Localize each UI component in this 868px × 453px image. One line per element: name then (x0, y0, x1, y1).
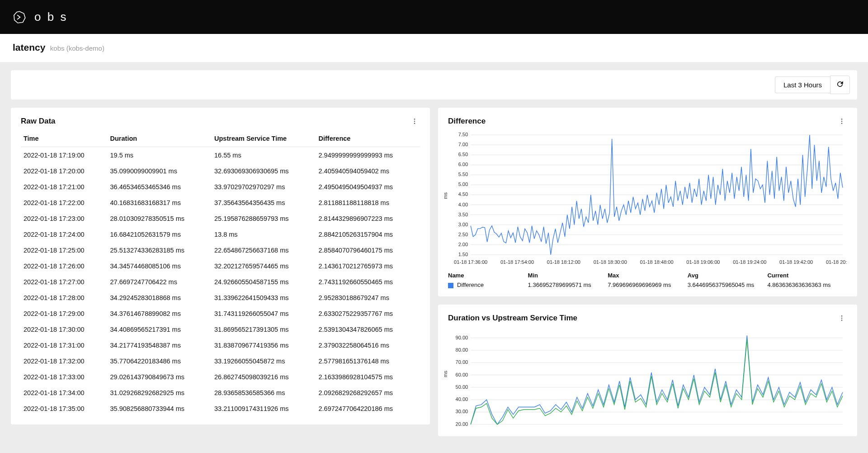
svg-point-44 (841, 319, 843, 321)
svg-text:80.00: 80.00 (456, 347, 468, 353)
raw-data-card: Raw Data TimeDurationUpstream Service Ti… (11, 108, 430, 424)
svg-text:5.50: 5.50 (458, 172, 468, 177)
refresh-icon (836, 80, 844, 88)
time-range-button[interactable]: Last 3 Hours (775, 76, 830, 93)
svg-text:7.00: 7.00 (458, 142, 468, 147)
difference-chart-menu-button[interactable] (836, 116, 847, 127)
topbar: obs (0, 0, 868, 34)
svg-text:01-18 17:54:00: 01-18 17:54:00 (500, 259, 534, 265)
svg-point-6 (841, 123, 843, 124)
svg-text:01-18 19:06:00: 01-18 19:06:00 (686, 259, 720, 265)
table-row: 2022-01-18 17:31:0034.21774193548387 ms3… (21, 337, 420, 353)
svg-point-2 (414, 121, 415, 122)
svg-text:4.50: 4.50 (458, 191, 468, 197)
table-row: 2022-01-18 17:27:0027.6697247706422 ms24… (21, 274, 420, 290)
kebab-icon (838, 315, 845, 322)
page-subtitle: kobs (kobs-demo) (50, 44, 104, 52)
column-header: Difference (316, 131, 420, 147)
raw-data-table: TimeDurationUpstream Service TimeDiffere… (21, 131, 420, 416)
legend-row: Difference1.366952789699571 ms7.96969696… (448, 281, 847, 288)
difference-chart-title: Difference (448, 117, 486, 126)
table-row: 2022-01-18 17:22:0040.16831683168317 ms3… (21, 195, 420, 210)
duration-chart-menu-button[interactable] (836, 313, 847, 324)
svg-text:6.50: 6.50 (458, 152, 468, 157)
svg-text:01-18 19:42:00: 01-18 19:42:00 (779, 259, 813, 265)
kebab-icon (838, 118, 845, 125)
svg-point-43 (841, 318, 843, 319)
svg-text:5.00: 5.00 (458, 181, 468, 187)
kebab-icon (411, 118, 418, 125)
refresh-button[interactable] (830, 76, 850, 94)
table-row: 2022-01-18 17:32:0035.77064220183486 ms3… (21, 353, 420, 369)
svg-point-3 (414, 123, 415, 124)
brand: obs (13, 10, 73, 24)
svg-text:4.00: 4.00 (458, 202, 468, 207)
svg-text:50.00: 50.00 (456, 384, 468, 390)
table-row: 2022-01-18 17:28:0034.29245283018868 ms3… (21, 290, 420, 305)
duration-chart-card: Duration vs Upstream Service Time ms 20.… (438, 305, 857, 436)
raw-data-menu-button[interactable] (409, 116, 420, 127)
table-row: 2022-01-18 17:29:0034.37614678899082 ms3… (21, 305, 420, 321)
toolbar: Last 3 Hours (11, 70, 857, 100)
table-row: 2022-01-18 17:34:0031.029268292682925 ms… (21, 385, 420, 401)
svg-text:01-18 19:24:00: 01-18 19:24:00 (733, 259, 766, 265)
svg-point-42 (841, 315, 843, 317)
table-row: 2022-01-18 17:21:0036.46534653465346 ms3… (21, 179, 420, 195)
column-header: Upstream Service Time (212, 131, 316, 147)
svg-text:40.00: 40.00 (456, 396, 468, 402)
raw-data-title: Raw Data (21, 117, 56, 126)
svg-text:70.00: 70.00 (456, 359, 468, 365)
svg-point-5 (841, 121, 843, 122)
svg-text:01-18 18:48:00: 01-18 18:48:00 (640, 259, 674, 265)
page-header: latency kobs (kobs-demo) (0, 34, 868, 62)
svg-text:01-18 18:30:00: 01-18 18:30:00 (594, 259, 627, 265)
table-row: 2022-01-18 17:26:0034.34574468085106 ms3… (21, 258, 420, 274)
svg-text:90.00: 90.00 (456, 335, 468, 340)
svg-text:3.00: 3.00 (458, 222, 468, 227)
svg-text:30.00: 30.00 (456, 409, 468, 414)
svg-text:2.50: 2.50 (458, 232, 468, 237)
page-title: latency (13, 42, 45, 52)
svg-text:01-18 17:36:00: 01-18 17:36:00 (454, 259, 487, 265)
svg-text:01-18 18:12:00: 01-18 18:12:00 (547, 259, 580, 265)
table-row: 2022-01-18 17:23:0028.010309278350515 ms… (21, 210, 420, 226)
duration-chart-ylabel: ms (443, 371, 448, 377)
column-header: Time (21, 131, 108, 147)
legend-swatch-icon (448, 283, 453, 288)
svg-text:20.00: 20.00 (456, 421, 468, 427)
table-row: 2022-01-18 17:25:0025.513274336283185 ms… (21, 242, 420, 258)
difference-chart: ms 1.502.002.503.003.504.004.505.005.506… (448, 131, 847, 267)
table-row: 2022-01-18 17:24:0016.68421052631579 ms1… (21, 226, 420, 242)
table-row: 2022-01-18 17:33:0029.026143790849673 ms… (21, 369, 420, 385)
svg-point-1 (414, 119, 415, 120)
difference-chart-card: Difference ms 1.502.002.503.003.504.004.… (438, 108, 857, 296)
svg-text:1.50: 1.50 (458, 252, 468, 257)
table-row: 2022-01-18 17:19:0019.5 ms16.55 ms2.9499… (21, 147, 420, 163)
svg-point-4 (841, 119, 843, 120)
difference-chart-ylabel: ms (443, 192, 448, 199)
svg-text:60.00: 60.00 (456, 372, 468, 377)
duration-chart-title: Duration vs Upstream Service Time (448, 314, 577, 323)
table-row: 2022-01-18 17:35:0035.908256880733944 ms… (21, 401, 420, 416)
table-row: 2022-01-18 17:30:0034.40869565217391 ms3… (21, 321, 420, 337)
svg-text:01-18 20:00:00: 01-18 20:00:00 (826, 259, 847, 265)
brand-logo-icon (13, 10, 26, 24)
difference-chart-legend: NameMinMaxAvgCurrentDifference1.36695278… (448, 272, 847, 288)
brand-name: obs (34, 10, 73, 24)
svg-text:3.50: 3.50 (458, 212, 468, 217)
table-row: 2022-01-18 17:20:0035.0990099009901 ms32… (21, 163, 420, 179)
duration-chart: ms 20.0030.0040.0050.0060.0070.0080.0090… (448, 328, 847, 428)
svg-text:6.00: 6.00 (458, 162, 468, 167)
column-header: Duration (108, 131, 212, 147)
svg-text:2.00: 2.00 (458, 242, 468, 247)
svg-text:7.50: 7.50 (458, 132, 468, 137)
